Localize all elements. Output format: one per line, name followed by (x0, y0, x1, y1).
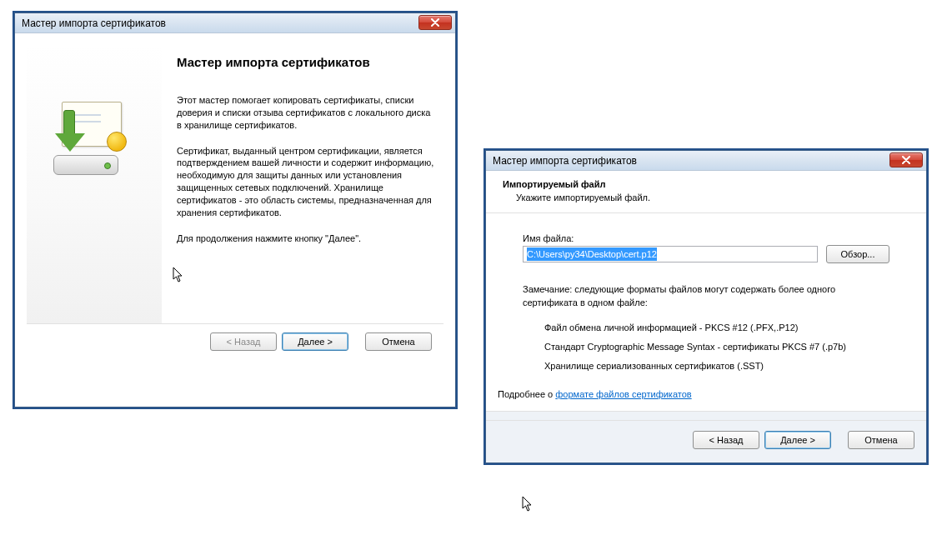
cancel-button[interactable]: Отмена (365, 332, 432, 351)
step-title: Импортируемый файл (503, 179, 909, 189)
formats-note: Замечание: следующие форматы файлов могу… (523, 283, 889, 310)
browse-button[interactable]: Обзор... (826, 245, 889, 263)
back-button: < Назад (210, 332, 277, 351)
titlebar[interactable]: Мастер импорта сертификатов (486, 151, 926, 171)
filename-label: Имя файла: (523, 233, 889, 243)
cursor-icon (173, 267, 183, 282)
cancel-button[interactable]: Отмена (848, 431, 914, 449)
filename-input[interactable]: C:\Users\py34\Desktop\cert.p12 (523, 246, 818, 262)
learn-more-line: Подробнее о формате файлов сертификатов (486, 382, 926, 411)
close-button[interactable] (418, 15, 452, 30)
window-title: Мастер импорта сертификатов (22, 18, 166, 29)
back-button[interactable]: < Назад (693, 431, 759, 449)
learn-prefix: Подробнее о (498, 389, 555, 399)
next-button[interactable]: Далее > (764, 431, 831, 449)
wizard-paragraph: Сертификат, выданный центром сертификаци… (177, 145, 437, 219)
close-icon (431, 18, 439, 27)
window-title: Мастер импорта сертификатов (493, 155, 637, 167)
import-certificate-icon (47, 102, 138, 193)
button-row: < Назад Далее > Отмена (27, 332, 443, 362)
wizard-side-panel (27, 43, 162, 323)
titlebar[interactable]: Мастер импорта сертификатов (15, 13, 455, 33)
wizard-step-header: Импортируемый файл Укажите импортируемый… (486, 171, 926, 213)
learn-more-link[interactable]: формате файлов сертификатов (555, 389, 691, 399)
wizard-paragraph: Для продолжения нажмите кнопку "Далее". (177, 232, 437, 245)
format-item: Хранилище сериализованных сертификатов (… (544, 357, 889, 376)
step-subtitle: Укажите импортируемый файл. (516, 192, 909, 202)
format-item: Файл обмена личной информацией - PKCS #1… (544, 318, 889, 338)
filename-value: C:\Users\py34\Desktop\cert.p12 (527, 248, 657, 261)
wizard-heading: Мастер импорта сертификатов (177, 55, 437, 69)
wizard-paragraph: Этот мастер помогает копировать сертифик… (177, 94, 437, 132)
button-row: < Назад Далее > Отмена (486, 420, 926, 462)
next-button[interactable]: Далее > (282, 332, 348, 351)
close-icon (902, 156, 910, 164)
close-button[interactable] (889, 152, 923, 168)
format-item: Стандарт Cryptographic Message Syntax - … (544, 338, 889, 357)
cursor-icon (522, 496, 532, 511)
